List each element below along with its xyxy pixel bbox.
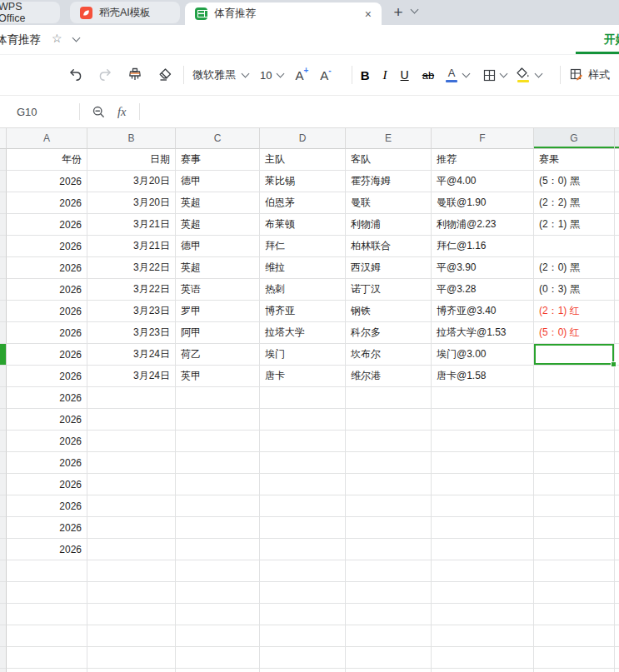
cell-C3[interactable]: 英超 xyxy=(176,192,260,214)
row-header[interactable] xyxy=(0,625,7,647)
cell-E22[interactable] xyxy=(346,604,432,625)
cell-C22[interactable] xyxy=(176,604,260,625)
cell-F6[interactable]: 平@3.90 xyxy=(432,257,534,279)
cell-A12[interactable]: 2026 xyxy=(7,387,87,409)
cell-B16[interactable] xyxy=(87,474,176,495)
cell-B12[interactable] xyxy=(87,387,176,409)
cell-D16[interactable] xyxy=(260,474,346,495)
cell-D25[interactable] xyxy=(260,669,346,672)
format-painter-icon[interactable] xyxy=(125,63,145,87)
cell-D7[interactable]: 热刺 xyxy=(260,279,346,301)
cell-C12[interactable] xyxy=(176,387,260,409)
fill-color-button[interactable] xyxy=(517,67,530,83)
row-header[interactable] xyxy=(0,301,7,322)
row-header[interactable] xyxy=(0,539,7,560)
cell-E3[interactable]: 曼联 xyxy=(346,192,432,214)
cell-G24[interactable] xyxy=(534,647,615,669)
cell-G23[interactable] xyxy=(534,625,615,647)
cell-C4[interactable]: 英超 xyxy=(176,214,260,236)
row-header[interactable] xyxy=(0,452,7,474)
cell-G11[interactable] xyxy=(534,366,615,387)
cell-B5[interactable]: 3月21日 xyxy=(87,236,176,257)
cell-G21[interactable] xyxy=(534,582,615,604)
cell-A3[interactable]: 2026 xyxy=(7,192,87,214)
italic-button[interactable]: I xyxy=(383,68,387,82)
cell-E1[interactable]: 客队 xyxy=(346,149,432,171)
cell-D14[interactable] xyxy=(260,431,346,452)
cell-E15[interactable] xyxy=(346,452,432,474)
cell-D19[interactable] xyxy=(260,539,346,560)
cell-A17[interactable]: 2026 xyxy=(7,495,87,517)
column-header-C[interactable]: C xyxy=(176,128,260,149)
cell-A8[interactable]: 2026 xyxy=(7,301,87,322)
cell-A15[interactable]: 2026 xyxy=(7,452,87,474)
cell-B4[interactable]: 3月21日 xyxy=(87,214,176,236)
row-header[interactable] xyxy=(0,517,7,539)
cell-E25[interactable] xyxy=(346,669,432,672)
row-header[interactable] xyxy=(0,279,7,301)
cell-C9[interactable]: 阿甲 xyxy=(176,322,260,344)
cell-F21[interactable] xyxy=(432,582,534,604)
row-header-corner[interactable] xyxy=(0,128,7,149)
cell-F2[interactable]: 平@4.00 xyxy=(432,171,534,192)
cell-E21[interactable] xyxy=(346,582,432,604)
cell-E9[interactable]: 科尔多 xyxy=(346,322,432,344)
cell-E16[interactable] xyxy=(346,474,432,495)
cell-A1[interactable]: 年份 xyxy=(7,149,87,171)
cell-E24[interactable] xyxy=(346,647,432,669)
cell-name-box[interactable]: G10 xyxy=(0,106,79,118)
cell-D8[interactable]: 博齐亚 xyxy=(260,301,346,322)
cell-C6[interactable]: 英超 xyxy=(176,257,260,279)
cell-C10[interactable]: 荷乙 xyxy=(176,344,260,366)
row-header[interactable] xyxy=(0,344,7,366)
row-header[interactable] xyxy=(0,236,7,257)
cell-F13[interactable] xyxy=(432,409,534,431)
cell-A25[interactable] xyxy=(7,669,87,672)
cell-E2[interactable]: 霍芬海姆 xyxy=(346,171,432,192)
cell-A24[interactable] xyxy=(7,647,87,669)
cell-A13[interactable]: 2026 xyxy=(7,409,87,431)
row-header[interactable] xyxy=(0,474,7,495)
cell-F23[interactable] xyxy=(432,625,534,647)
cell-B17[interactable] xyxy=(87,495,176,517)
cell-E8[interactable]: 钢铁 xyxy=(346,301,432,322)
cell-B24[interactable] xyxy=(87,647,176,669)
cell-G16[interactable] xyxy=(534,474,615,495)
cell-A2[interactable]: 2026 xyxy=(7,171,87,192)
cell-F19[interactable] xyxy=(432,539,534,560)
cell-B8[interactable]: 3月23日 xyxy=(87,301,176,322)
cell-G7[interactable]: (0：3) 黑 xyxy=(534,279,615,301)
cell-D18[interactable] xyxy=(260,517,346,539)
cell-E23[interactable] xyxy=(346,625,432,647)
cell-E20[interactable] xyxy=(346,560,432,582)
row-header[interactable] xyxy=(0,669,7,672)
cell-F17[interactable] xyxy=(432,495,534,517)
cell-D22[interactable] xyxy=(260,604,346,625)
cell-B22[interactable] xyxy=(87,604,176,625)
cell-D11[interactable]: 唐卡 xyxy=(260,366,346,387)
cell-A18[interactable]: 2026 xyxy=(7,517,87,539)
borders-chevron-icon[interactable] xyxy=(500,70,508,78)
cell-A21[interactable] xyxy=(7,582,87,604)
column-header-E[interactable]: E xyxy=(346,128,432,149)
row-header[interactable] xyxy=(0,604,7,625)
cell-G10[interactable] xyxy=(534,344,615,366)
column-header-B[interactable]: B xyxy=(87,128,176,149)
cell-A19[interactable]: 2026 xyxy=(7,539,87,560)
cell-C18[interactable] xyxy=(176,517,260,539)
underline-button[interactable]: U xyxy=(401,68,409,82)
increase-font-size-button[interactable]: A+ xyxy=(295,67,308,82)
cell-F15[interactable] xyxy=(432,452,534,474)
cell-G8[interactable]: (2：1) 红 xyxy=(534,301,615,322)
cell-E14[interactable] xyxy=(346,431,432,452)
cell-G5[interactable] xyxy=(534,236,615,257)
cell-G19[interactable] xyxy=(534,539,615,560)
cell-G22[interactable] xyxy=(534,604,615,625)
row-header[interactable] xyxy=(0,192,7,214)
cell-C15[interactable] xyxy=(176,452,260,474)
cell-F10[interactable]: 埃门@3.00 xyxy=(432,344,534,366)
ribbon-tab-home[interactable]: 开始 xyxy=(604,32,619,47)
cell-C11[interactable]: 英甲 xyxy=(176,366,260,387)
cell-F5[interactable]: 拜仁@1.16 xyxy=(432,236,534,257)
cell-G6[interactable]: (2：0) 黑 xyxy=(534,257,615,279)
